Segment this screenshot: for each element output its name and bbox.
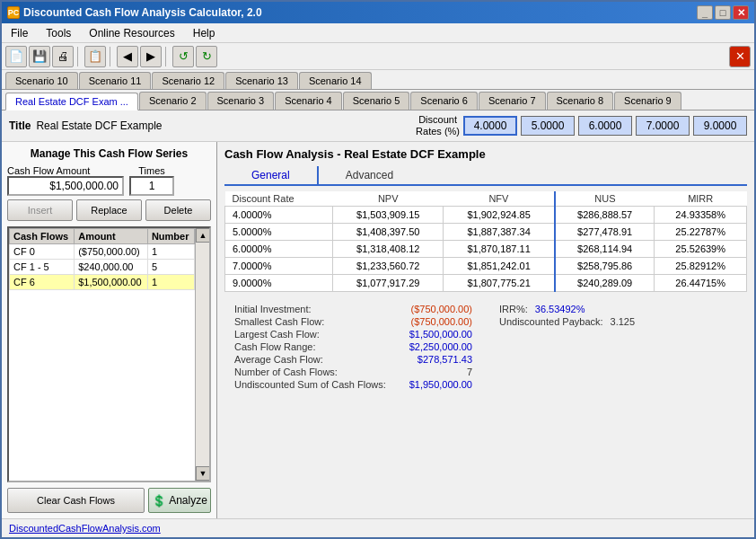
bottom-buttons: Clear Cash Flows 💲 Analyze: [7, 488, 211, 513]
row-cf-2: CF 6: [10, 275, 75, 290]
toolbar-btn-8[interactable]: ↻: [196, 46, 217, 67]
toolbar-close-btn[interactable]: ✕: [729, 46, 751, 67]
rate-1: 5.0000%: [225, 224, 333, 241]
undiscounted-sum-value: $1,950,000.00: [409, 379, 472, 390]
summary-undiscounted-sum: Undiscounted Sum of Cash Flows: $1,950,0…: [234, 378, 472, 391]
toolbar: 📄 💾 🖨 📋 ◀ ▶ ↺ ↻ ✕: [2, 43, 754, 70]
replace-button[interactable]: Replace: [76, 199, 142, 221]
tab-scenario-5[interactable]: Scenario 5: [343, 92, 410, 110]
table-row[interactable]: CF 0 ($750,000.00) 1: [10, 244, 209, 260]
tab-scenario-8[interactable]: Scenario 8: [547, 92, 614, 110]
delete-button[interactable]: Delete: [145, 199, 211, 221]
times-input[interactable]: [129, 176, 174, 196]
table-row[interactable]: CF 1 - 5 $240,000.00 5: [10, 260, 209, 275]
title-bar-controls: _ □ ✕: [697, 5, 749, 20]
rate-0: 4.0000%: [225, 207, 333, 224]
npv-0: $1,503,909.15: [333, 207, 444, 224]
minimize-button[interactable]: _: [697, 5, 713, 20]
payback-value: 3.125: [611, 316, 636, 327]
analysis-table: Discount Rate NPV NFV NUS MIRR 4.0000% $…: [224, 191, 747, 292]
subtab-general[interactable]: General: [224, 166, 317, 186]
toolbar-sep-3: [165, 47, 169, 66]
analysis-row-1: 5.0000% $1,408,397.50 $1,887,387.34 $277…: [225, 224, 747, 241]
toolbar-btn-2[interactable]: 💾: [29, 46, 50, 67]
toolbar-sep-1: [77, 47, 81, 66]
payback-label: Undiscounted Payback:: [499, 316, 603, 327]
clear-cash-flows-button[interactable]: Clear Cash Flows: [7, 488, 145, 513]
table-row[interactable]: [10, 344, 209, 362]
tab-scenario-14[interactable]: Scenario 14: [299, 72, 372, 89]
tab-scenario-7[interactable]: Scenario 7: [479, 92, 546, 110]
toolbar-btn-6[interactable]: ▶: [140, 46, 162, 67]
title-label: Title: [9, 119, 31, 132]
scroll-up-button[interactable]: ▲: [196, 228, 210, 243]
analysis-row-2: 6.0000% $1,318,408.12 $1,870,187.11 $268…: [225, 241, 747, 258]
discount-rate-1[interactable]: [463, 116, 517, 136]
discount-rate-2[interactable]: [521, 116, 575, 136]
toolbar-btn-7[interactable]: ↺: [172, 46, 194, 67]
tab-scenario-2[interactable]: Scenario 2: [139, 92, 207, 110]
discount-rate-3[interactable]: [578, 116, 632, 136]
toolbar-btn-1[interactable]: 📄: [5, 46, 27, 67]
tab-scenario-11[interactable]: Scenario 11: [79, 72, 152, 89]
discount-label: DiscountRates (%): [416, 114, 460, 137]
tabs-row-2: Real Estate DCF Exam ... Scenario 2 Scen…: [2, 90, 754, 110]
table-row[interactable]: [10, 308, 209, 326]
nfv-4: $1,807,775.21: [444, 275, 555, 292]
mirr-0: 24.93358%: [655, 207, 747, 224]
irr-label: IRR%:: [499, 304, 528, 314]
npv-3: $1,233,560.72: [333, 258, 444, 275]
subtab-advanced[interactable]: Advanced: [319, 166, 420, 184]
row-number-2: 1: [147, 275, 194, 290]
tab-scenario-3[interactable]: Scenario 3: [207, 92, 275, 110]
window-title: Discounted Cash Flow Analysis Calculator…: [23, 6, 262, 19]
tab-scenario-10[interactable]: Scenario 10: [5, 72, 78, 89]
discount-rate-5[interactable]: [693, 116, 747, 136]
toolbar-btn-4[interactable]: 📋: [84, 46, 106, 67]
undiscounted-sum-label: Undiscounted Sum of Cash Flows:: [234, 379, 386, 390]
right-panel: Cash Flow Analysis - Real Estate DCF Exa…: [217, 142, 754, 518]
main-window: PC Discounted Cash Flow Analysis Calcula…: [0, 0, 756, 539]
tab-scenario-9[interactable]: Scenario 9: [614, 92, 681, 110]
menu-file[interactable]: File: [5, 25, 33, 41]
tab-scenario-6[interactable]: Scenario 6: [410, 92, 478, 110]
footer: DiscountedCashFlowAnalysis.com: [2, 518, 754, 537]
largest-cf-label: Largest Cash Flow:: [234, 329, 320, 340]
table-row-selected[interactable]: CF 6 $1,500,000.00 1: [10, 275, 209, 290]
scroll-down-button[interactable]: ▼: [196, 466, 210, 481]
nus-3: $258,795.86: [555, 258, 655, 275]
menu-help[interactable]: Help: [188, 25, 221, 41]
initial-investment-label: Initial Investment:: [234, 304, 312, 314]
footer-link[interactable]: DiscountedCashFlowAnalysis.com: [9, 523, 161, 534]
nfv-3: $1,851,242.01: [444, 258, 555, 275]
table-row[interactable]: [10, 326, 209, 344]
scroll-track: [196, 243, 209, 466]
cf-amount-input[interactable]: [7, 176, 124, 196]
avg-cf-label: Average Cash Flow:: [234, 354, 323, 365]
discount-rate-4[interactable]: [636, 116, 690, 136]
tab-scenario-4[interactable]: Scenario 4: [275, 92, 342, 110]
cf-table-container: Cash Flows Amount Number CF 0 ($750,000.…: [7, 226, 211, 482]
menu-tools[interactable]: Tools: [40, 25, 76, 41]
tab-real-estate[interactable]: Real Estate DCF Exam ...: [5, 93, 138, 110]
table-row[interactable]: [10, 290, 209, 308]
tabs-row-1: Scenario 10 Scenario 11 Scenario 12 Scen…: [2, 70, 754, 90]
cf-range-label: Cash Flow Range:: [234, 341, 316, 352]
summary-cf-range: Cash Flow Range: $2,250,000.00: [234, 340, 472, 353]
maximize-button[interactable]: □: [715, 5, 731, 20]
row-amount-2: $1,500,000.00: [75, 275, 148, 290]
tab-scenario-12[interactable]: Scenario 12: [152, 72, 224, 89]
summary-grid: Initial Investment: ($750,000.00) Smalle…: [234, 303, 737, 391]
tab-scenario-13[interactable]: Scenario 13: [225, 72, 298, 89]
col-header-npv: NPV: [333, 191, 444, 207]
insert-button[interactable]: Insert: [7, 199, 73, 221]
menu-online-resources[interactable]: Online Resources: [84, 25, 180, 41]
row-cf-0: CF 0: [10, 244, 75, 260]
toolbar-btn-5[interactable]: ◀: [117, 46, 138, 67]
toolbar-btn-3[interactable]: 🖨: [52, 46, 74, 67]
rate-4: 9.0000%: [225, 275, 333, 292]
close-button[interactable]: ✕: [733, 5, 749, 20]
analyze-button[interactable]: 💲 Analyze: [148, 488, 211, 513]
summary-right: IRR%: 36.53492% Undiscounted Payback: 3.…: [499, 303, 737, 391]
summary-smallest-cf: Smallest Cash Flow: ($750,000.00): [234, 315, 472, 328]
